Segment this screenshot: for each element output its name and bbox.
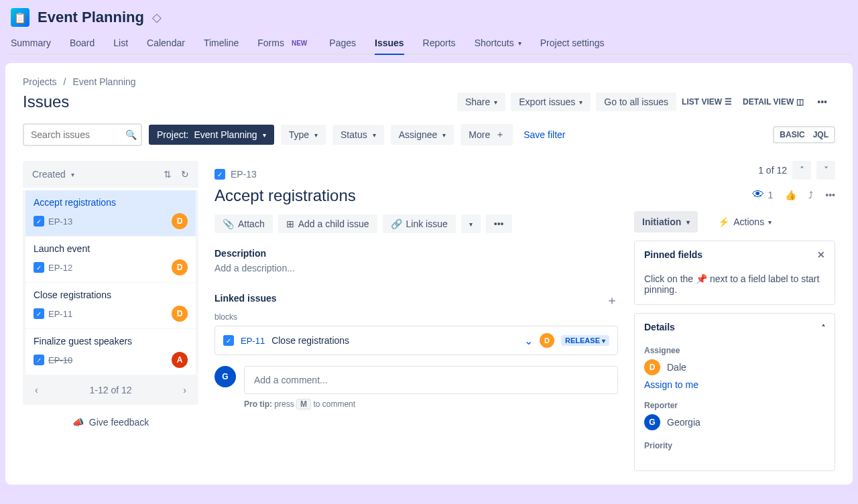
linked-issue-title: Close registrations [271,335,517,346]
share-icon[interactable]: ⤴ [808,190,813,200]
share-button[interactable]: Share▾ [457,92,505,111]
goto-issues-button[interactable]: Go to all issues [596,92,676,111]
search-icon: 🔍 [125,129,137,140]
description-input[interactable]: Add a description... [214,263,618,273]
priority-label: Priority [644,441,825,450]
linked-issue-key: EP-11 [241,336,265,346]
tab-project-settings[interactable]: Project settings [540,32,605,55]
task-icon: ✓ [34,308,44,319]
filter-more[interactable]: More ＋ [461,124,513,145]
tab-summary[interactable]: Summary [11,32,51,55]
issue-title: Close registrations [34,290,188,300]
pinned-fields-text: Click on the 📌 next to a field label to … [635,268,835,304]
project-title: Event Planning [38,9,144,26]
prev-issue-button[interactable]: ˄ [792,161,811,180]
chevron-up-icon: ˄ [822,324,825,331]
assign-to-me-link[interactable]: Assign to me [644,379,825,390]
bolt-icon: ⚡ [718,216,729,227]
reporter-label: Reporter [644,401,825,410]
pin-icon: 📌 [696,273,707,284]
attachment-icon: 📎 [223,218,234,229]
star-icon[interactable]: ◇ [152,10,162,25]
pinned-fields-title: Pinned fields [644,249,702,260]
linked-issue-card[interactable]: ✓ EP-11 Close registrations ⌄ D RELEASE▾ [214,326,618,355]
search-input[interactable] [23,123,142,146]
actions-dropdown[interactable]: ⚡Actions▾ [711,211,778,233]
next-page-icon[interactable]: › [183,385,186,395]
watch-button[interactable]: 👁1 [752,188,773,202]
new-badge: NEW [288,39,310,48]
basic-mode[interactable]: BASIC [780,130,804,139]
breadcrumb: Projects / Event Planning [23,76,835,87]
tab-pages[interactable]: Pages [329,32,356,55]
assignee-label: Assignee [644,346,825,355]
tab-shortcuts[interactable]: Shortcuts▾ [475,32,522,55]
detail-view-toggle[interactable]: DETAIL VIEW ◫ [743,97,804,107]
breadcrumb-projects[interactable]: Projects [23,76,57,87]
details-panel-toggle[interactable]: Details ˄ [635,314,835,340]
avatar: D [172,259,188,275]
issue-title: Launch event [34,243,188,254]
add-link-icon[interactable]: ＋ [606,292,618,308]
reporter-value[interactable]: G Georgia [644,414,825,430]
like-button[interactable]: 👍 [785,190,796,200]
tab-forms[interactable]: FormsNEW [257,32,310,55]
more-menu-button[interactable]: ••• [809,92,835,111]
sort-dropdown[interactable]: Created▾ [32,169,74,180]
tab-list[interactable]: List [113,32,128,55]
description-label: Description [214,248,618,259]
list-item[interactable]: Finalize guest speakers ✓EP-10 A [25,329,196,375]
link-issue-button[interactable]: 🔗Link issue [383,214,456,233]
avatar: D [644,359,660,375]
refresh-icon[interactable]: ↻ [181,169,189,180]
link-dropdown-button[interactable]: ▾ [461,214,481,233]
list-item[interactable]: Launch event ✓EP-12 D [25,237,196,283]
status-dropdown[interactable]: Initiation▾ [634,211,698,233]
avatar: G [644,414,660,430]
tab-board[interactable]: Board [70,32,95,55]
page-title: Issues [23,92,69,111]
filter-assignee[interactable]: Assignee▾ [391,125,454,145]
list-item[interactable]: Close registrations ✓EP-11 D [25,283,196,329]
assignee-value[interactable]: D Dale [644,359,825,375]
link-icon: 🔗 [391,218,402,229]
megaphone-icon: 📣 [72,417,84,428]
list-item[interactable]: Accept registrations ✓EP-13 D [25,190,196,237]
sort-order-icon[interactable]: ⇅ [164,169,172,180]
task-icon: ✓ [34,216,44,227]
next-issue-button[interactable]: ˅ [816,161,835,180]
more-icon[interactable]: ••• [825,190,835,200]
tab-issues[interactable]: Issues [375,32,404,55]
status-chip[interactable]: RELEASE▾ [561,335,609,346]
link-type-label: blocks [214,312,618,322]
issue-title: Accept registrations [34,197,188,208]
filter-type[interactable]: Type▾ [281,125,326,145]
tab-reports[interactable]: Reports [423,32,456,55]
issue-main-title[interactable]: Accept registrations [214,186,618,205]
prev-page-icon[interactable]: ‹ [35,385,38,395]
chevron-down-icon: ▾ [579,99,583,106]
save-filter-link[interactable]: Save filter [524,129,565,140]
more-actions-button[interactable]: ••• [486,214,512,233]
linked-issues-label: Linked issues [214,293,277,304]
nav-tabs: Summary Board List Calendar Timeline For… [5,32,853,55]
export-button[interactable]: Export issues▾ [511,92,591,111]
filter-status[interactable]: Status▾ [332,125,384,145]
close-icon[interactable]: ✕ [817,249,825,260]
issue-key[interactable]: EP-13 [231,169,257,180]
give-feedback-button[interactable]: 📣 Give feedback [23,417,198,428]
child-icon: ⊞ [286,218,294,229]
list-view-toggle[interactable]: LIST VIEW ☰ [682,97,732,107]
chevron-down-icon: ▾ [518,40,522,47]
chevron-down-icon: ▾ [494,99,497,106]
comment-input[interactable]: Add a comment... [244,366,618,394]
tab-timeline[interactable]: Timeline [204,32,239,55]
add-child-button[interactable]: ⊞Add a child issue [278,214,377,233]
jql-mode[interactable]: JQL [813,130,829,139]
breadcrumb-project[interactable]: Event Planning [72,76,135,87]
avatar: G [214,366,236,387]
tab-calendar[interactable]: Calendar [147,32,185,55]
filter-project[interactable]: Project: Event Planning ▾ [149,125,274,145]
attach-button[interactable]: 📎Attach [214,214,273,233]
issue-list: Accept registrations ✓EP-13 D Launch eve… [23,190,198,375]
